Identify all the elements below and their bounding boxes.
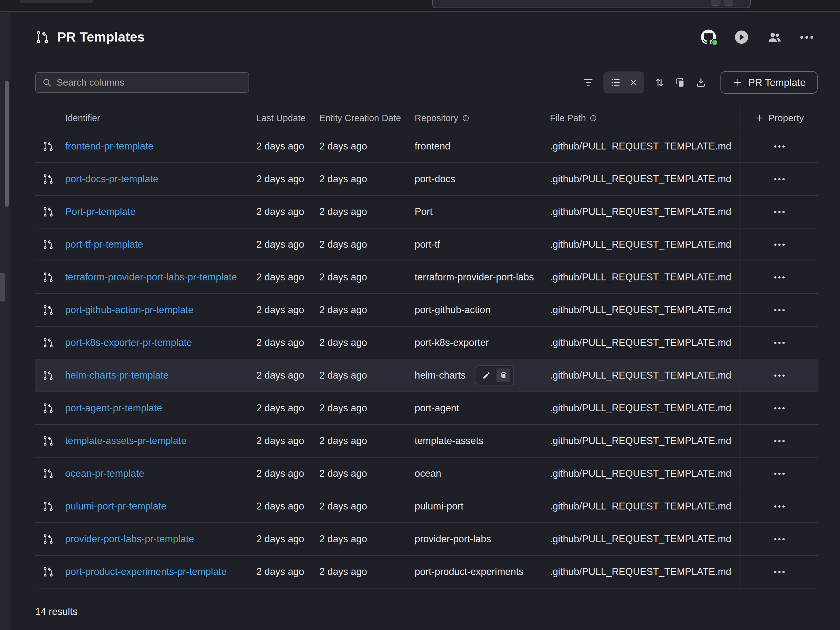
identifier-link[interactable]: port-k8s-exporter-pr-template (65, 337, 256, 348)
row-actions-button[interactable] (770, 207, 789, 218)
vertical-scrollbar-thumb[interactable] (5, 81, 9, 207)
column-header-last-update[interactable]: Last Update (256, 113, 319, 123)
repository-cell: pulumi-port (415, 501, 463, 512)
table-row[interactable]: port-tf-pr-template 2 days ago 2 days ag… (35, 229, 818, 261)
list-view-icon[interactable] (610, 77, 621, 88)
pull-request-icon (35, 141, 65, 152)
users-icon[interactable] (767, 30, 782, 45)
add-property-button[interactable]: Property (741, 106, 818, 129)
pull-request-icon (35, 566, 65, 578)
filter-icon[interactable] (583, 77, 594, 88)
identifier-link[interactable]: provider-port-labs-pr-template (65, 534, 256, 545)
info-icon[interactable] (590, 115, 597, 122)
download-icon[interactable] (695, 77, 707, 88)
file-path-cell: .github/PULL_REQUEST_TEMPLATE.md (550, 174, 741, 185)
identifier-link[interactable]: terraform-provider-port-labs-pr-template (65, 272, 256, 283)
last-update-cell: 2 days ago (256, 304, 319, 316)
file-path-cell: .github/PULL_REQUEST_TEMPLATE.md (550, 501, 741, 512)
row-actions-button[interactable] (770, 272, 789, 283)
last-update-cell: 2 days ago (256, 206, 319, 218)
play-icon[interactable] (734, 30, 749, 44)
table-row[interactable]: port-docs-pr-template 2 days ago 2 days … (35, 163, 818, 196)
repository-cell: template-assets (415, 435, 483, 447)
table-row[interactable]: helm-charts-pr-template 2 days ago 2 day… (35, 359, 818, 392)
file-path-cell: .github/PULL_REQUEST_TEMPLATE.md (550, 272, 741, 283)
table-row[interactable]: ocean-pr-template 2 days ago 2 days ago … (35, 458, 818, 490)
table-row[interactable]: template-assets-pr-template 2 days ago 2… (35, 425, 818, 458)
column-header-identifier[interactable]: Identifier (65, 113, 256, 123)
global-search-bar[interactable] (432, 0, 751, 8)
row-actions-button[interactable] (770, 567, 789, 578)
table-body: frontend-pr-template 2 days ago 2 days a… (35, 130, 818, 589)
column-header-repository[interactable]: Repository (415, 113, 550, 123)
identifier-link[interactable]: ocean-pr-template (65, 468, 256, 479)
identifier-link[interactable]: port-github-action-pr-template (65, 304, 256, 316)
pull-request-icon (35, 272, 65, 283)
info-icon[interactable] (462, 115, 469, 122)
row-actions-button[interactable] (770, 534, 789, 545)
edit-icon[interactable] (480, 368, 493, 382)
view-toggle-group (603, 71, 644, 93)
last-update-cell: 2 days ago (256, 534, 319, 545)
table-row[interactable]: frontend-pr-template 2 days ago 2 days a… (35, 130, 818, 163)
left-rail (0, 13, 9, 630)
shortcut-keycap-icon (723, 0, 733, 6)
add-pr-template-button[interactable]: PR Template (720, 71, 818, 94)
row-actions-button[interactable] (770, 337, 789, 348)
last-update-cell: 2 days ago (256, 468, 319, 479)
sidebar-partial-item[interactable] (0, 273, 5, 302)
entity-creation-date-cell: 2 days ago (319, 141, 415, 152)
topbar-partial-button[interactable] (19, 0, 93, 3)
table-row[interactable]: port-k8s-exporter-pr-template 2 days ago… (35, 327, 818, 359)
table-row[interactable]: port-github-action-pr-template 2 days ag… (35, 294, 818, 327)
identifier-link[interactable]: pulumi-port-pr-template (65, 501, 256, 512)
table-row[interactable]: Port-pr-template 2 days ago 2 days ago P… (35, 196, 818, 229)
row-actions-button[interactable] (770, 403, 789, 414)
shortcut-keycap-icon (711, 0, 720, 6)
last-update-cell: 2 days ago (256, 403, 319, 414)
sort-icon[interactable] (654, 77, 665, 88)
column-header-file-path[interactable]: File Path (550, 113, 741, 123)
last-update-cell: 2 days ago (256, 370, 319, 381)
repository-cell: port-product-experiments (415, 566, 524, 578)
row-actions-button[interactable] (770, 141, 789, 152)
entity-creation-date-cell: 2 days ago (319, 337, 415, 348)
row-actions-button[interactable] (770, 305, 789, 316)
pull-request-icon (35, 501, 65, 512)
top-bar (0, 0, 840, 12)
table-row[interactable]: terraform-provider-port-labs-pr-template… (35, 261, 818, 294)
search-columns-input[interactable] (57, 77, 242, 88)
copy-icon[interactable] (674, 77, 686, 88)
entity-creation-date-cell: 2 days ago (319, 174, 415, 185)
clear-view-icon[interactable] (629, 78, 637, 87)
pull-request-icon (35, 370, 65, 381)
github-icon[interactable] (701, 30, 716, 45)
more-options-icon[interactable] (801, 36, 813, 39)
plus-icon (755, 114, 764, 122)
identifier-link[interactable]: template-assets-pr-template (65, 435, 256, 447)
last-update-cell: 2 days ago (256, 272, 319, 283)
identifier-link[interactable]: port-product-experiments-pr-template (65, 566, 256, 578)
identifier-link[interactable]: frontend-pr-template (65, 141, 256, 152)
table-row[interactable]: pulumi-port-pr-template 2 days ago 2 day… (35, 490, 818, 523)
copy-icon[interactable] (496, 368, 510, 382)
row-actions-button[interactable] (770, 239, 789, 250)
identifier-link[interactable]: port-docs-pr-template (65, 174, 256, 185)
column-header-entity-creation-date[interactable]: Entity Creation Date (319, 113, 415, 123)
table-header-row: Identifier Last Update Entity Creation D… (35, 106, 818, 130)
row-actions-button[interactable] (770, 501, 789, 512)
table-row[interactable]: provider-port-labs-pr-template 2 days ag… (35, 523, 818, 556)
search-columns-box[interactable] (35, 72, 249, 93)
identifier-link[interactable]: helm-charts-pr-template (65, 370, 256, 381)
table-row[interactable]: port-agent-pr-template 2 days ago 2 days… (35, 392, 818, 425)
entity-creation-date-cell: 2 days ago (319, 501, 415, 512)
identifier-link[interactable]: port-agent-pr-template (65, 403, 256, 414)
row-actions-button[interactable] (770, 468, 789, 479)
identifier-link[interactable]: Port-pr-template (65, 206, 256, 218)
table-row[interactable]: port-product-experiments-pr-template 2 d… (35, 556, 818, 589)
last-update-cell: 2 days ago (256, 337, 319, 348)
identifier-link[interactable]: port-tf-pr-template (65, 239, 256, 250)
row-actions-button[interactable] (770, 436, 789, 447)
row-actions-button[interactable] (770, 174, 789, 185)
row-actions-button[interactable] (770, 370, 789, 381)
